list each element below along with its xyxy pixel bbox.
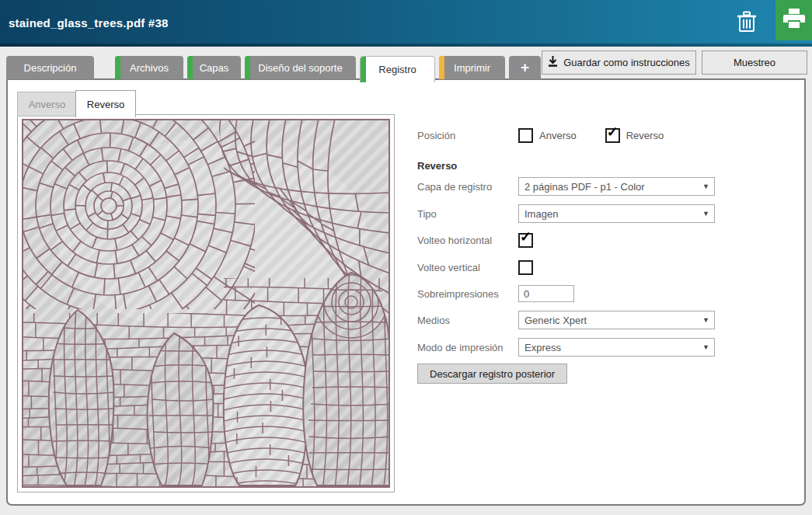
volteo-vertical-checkbox[interactable] [518,260,533,275]
medios-select[interactable]: Generic Xpert ▼ [518,311,715,329]
tab-label: Capas [200,62,229,74]
main-tab-bar: Descripción Archivos Capas Diseño del so… [6,56,545,82]
tipo-row: Tipo Imagen ▼ [417,204,715,223]
sobreimpresiones-row: Sobreimpresiones [417,285,574,302]
tab-accent-stripe [187,56,193,79]
modo-de-impresion-select[interactable]: Express ▼ [518,338,715,357]
anverso-checkbox-label: Anverso [539,130,577,141]
tab-label: Descripción [24,62,77,74]
add-tab-button[interactable]: + [509,56,541,79]
volteo-horizontal-checkbox[interactable]: ✓ [518,233,533,248]
descargar-registro-posterior-button[interactable]: Descargar registro posterior [417,364,567,384]
sobreimpresiones-input[interactable] [518,285,574,302]
select-value: Generic Xpert [524,315,587,326]
header-shadow [0,43,812,47]
subtab-reverso[interactable]: Reverso [75,90,136,117]
preview-artwork [22,119,390,488]
save-as-instructions-button[interactable]: Guardar como instrucciones [542,50,696,75]
tab-registro[interactable]: Registro [360,56,435,82]
trash-icon [736,10,758,37]
tab-label: Archivos [130,62,169,74]
dropdown-arrow-icon: ▼ [702,210,709,217]
tab-label: Diseño del soporte [258,62,342,74]
tipo-select[interactable]: Imagen ▼ [518,204,715,223]
descargar-button-label: Descargar registro posterior [430,368,555,380]
modo-de-impresion-row: Modo de impresión Express ▼ [417,338,715,357]
select-value: Express [524,342,561,353]
tab-diseno-del-soporte[interactable]: Diseño del soporte [245,56,356,79]
dropdown-arrow-icon: ▼ [702,183,709,190]
subtab-label: Reverso [87,99,124,110]
print-job-button[interactable] [775,0,812,40]
tab-imprimir[interactable]: Imprimir [439,56,505,79]
posicion-row: Posición Anverso ✓ Reverso [417,128,664,143]
medios-label: Medios [417,315,518,326]
tipo-label: Tipo [417,208,518,220]
job-title: stained_glass_trees.pdf #38 [9,16,169,30]
volteo-vertical-row: Volteo vertical [417,260,533,275]
tab-archivos[interactable]: Archivos [115,56,183,79]
save-button-label: Guardar como instrucciones [563,57,690,68]
capa-de-registro-select[interactable]: 2 páginas PDF - p1 - Color ▼ [518,177,715,196]
capa-de-registro-label: Capa de registro [417,181,518,193]
tab-descripcion[interactable]: Descripción [6,56,94,79]
subtab-anverso[interactable]: Anverso [17,92,77,117]
tab-capas[interactable]: Capas [187,56,241,79]
reverso-checkbox-label: Reverso [626,130,664,141]
capa-de-registro-row: Capa de registro 2 páginas PDF - p1 - Co… [417,177,715,196]
subtab-label: Anverso [29,99,66,110]
muestreo-button-label: Muestreo [734,57,775,68]
printer-icon [783,9,805,32]
reverso-section-header: Reverso [417,160,457,172]
posicion-label: Posición [417,130,518,141]
tab-accent-stripe [439,56,444,79]
anverso-checkbox[interactable] [518,128,533,143]
reverso-checkbox[interactable]: ✓ [605,128,620,143]
preview-frame [17,114,395,492]
volteo-horizontal-row: Volteo horizontal ✓ [417,233,533,248]
tab-accent-stripe [361,57,366,82]
plus-icon: + [521,59,529,76]
checkmark: ✓ [607,125,619,139]
select-value: Imagen [524,208,558,220]
tab-label: Imprimir [454,62,490,74]
modo-de-impresion-label: Modo de impresión [417,342,518,353]
muestreo-button[interactable]: Muestreo [702,50,807,75]
tab-accent-stripe [245,56,250,79]
tab-accent-stripe [115,56,120,79]
volteo-vertical-label: Volteo vertical [417,262,518,273]
app-window: stained_glass_trees.pdf #38 [0,0,812,515]
delete-job-button[interactable] [733,10,761,37]
sobreimpresiones-label: Sobreimpresiones [417,288,518,300]
dropdown-arrow-icon: ▼ [702,316,709,324]
select-value: 2 páginas PDF - p1 - Color [524,181,645,193]
download-arrow-icon [548,56,558,69]
volteo-horizontal-label: Volteo horizontal [417,235,518,246]
dropdown-arrow-icon: ▼ [702,343,709,351]
tab-label: Registro [378,64,416,75]
checkmark: ✓ [520,230,531,244]
medios-row: Medios Generic Xpert ▼ [417,311,715,329]
job-header-bar: stained_glass_trees.pdf #38 [0,0,812,47]
